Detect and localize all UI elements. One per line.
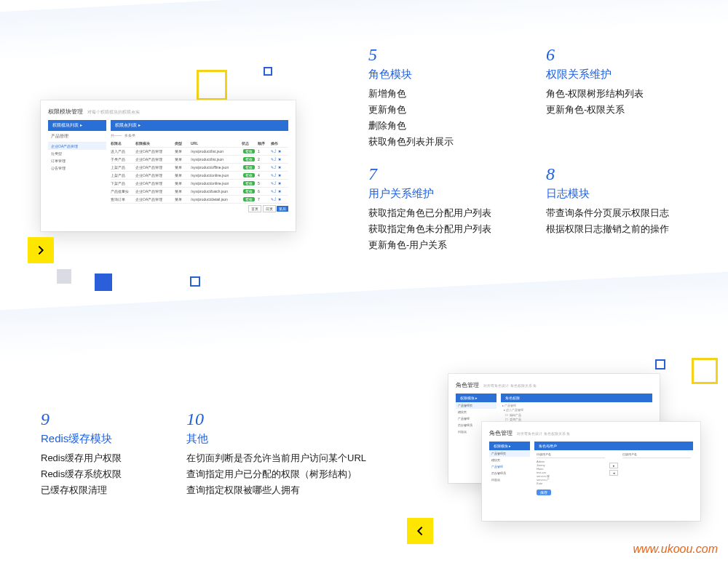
mock1-left-header: 权限模块列表 ▸	[48, 120, 106, 131]
feature-item: 新增角色	[368, 86, 454, 102]
mock1-left-item: 企业OA产品管理	[48, 143, 106, 150]
mock1-title: 权限模块管理	[48, 108, 83, 115]
mock-screenshot-2-front: 角色管理 对所有角色设计 角色权限关系 角 权限模块 ▸ 产品管理页 模块页 产…	[482, 422, 700, 521]
feature-item: 获取指定角色未分配用户列表	[368, 221, 491, 237]
feature-item: 更新角色-用户关系	[368, 237, 491, 253]
mock2-subtitle: 对所有角色设计 角色权限关系 角	[483, 383, 537, 388]
mock1-left-item: 订单管理	[48, 157, 106, 164]
feature-7: 7 用户关系维护 获取指定角色已分配用户列表 获取指定角色未分配用户列表 更新角…	[368, 164, 491, 253]
feature-10: 10 其他 在切面判断是否允许当前用户访问某个URL 查询指定用户已分配的权限（…	[186, 410, 366, 498]
deco-square-blue-fill	[95, 273, 112, 291]
feature-item: 更新角色	[368, 102, 454, 118]
deco-square-blue-2	[655, 359, 665, 370]
deco-square-gray	[57, 269, 71, 284]
feature-number: 7	[368, 164, 491, 184]
deco-square-yellow-2	[692, 358, 718, 384]
deco-square-blue-small	[264, 67, 272, 76]
feature-item: 带查询条件分页展示权限日志	[546, 205, 669, 221]
watermark: www.ukoou.com	[633, 543, 719, 556]
feature-item: Redis缓存系统权限	[41, 466, 122, 482]
feature-number: 9	[41, 410, 122, 429]
feature-8: 8 日志模块 带查询条件分页展示权限日志 根据权限日志撤销之前的操作	[546, 164, 669, 237]
feature-item: 获取角色列表并展示	[368, 134, 454, 150]
feature-item: 获取指定角色已分配用户列表	[368, 205, 491, 221]
feature-item: 删除角色	[368, 118, 454, 134]
feature-5: 5 角色模块 新增角色 更新角色 删除角色 获取角色列表并展示	[368, 45, 454, 150]
arrow-left-icon	[407, 518, 433, 544]
feature-number: 5	[368, 45, 454, 65]
mock1-left-item: 公告管理	[48, 164, 106, 172]
feature-title: 角色模块	[368, 68, 454, 81]
mock-screenshot-1: 权限模块管理 对每个权限模块的权限点实 权限模块列表 ▸ 产品管理 企业OA产品…	[41, 100, 296, 231]
deco-square-yellow	[197, 70, 227, 100]
mock1-left-sub: 产品管理	[48, 131, 106, 143]
feature-title: Redis缓存模块	[41, 432, 122, 446]
mock2-title: 角色管理	[456, 382, 479, 388]
mock1-subtitle: 对每个权限模块的权限点实	[87, 110, 140, 114]
mock1-right-header: 权限点列表 ▸	[111, 120, 288, 131]
arrow-right-icon	[28, 237, 54, 263]
feature-9: 9 Redis缓存模块 Redis缓存用户权限 Redis缓存系统权限 已缓存权…	[41, 410, 122, 498]
feature-item: 根据权限日志撤销之前的操作	[546, 221, 669, 237]
feature-title: 其他	[186, 432, 366, 446]
feature-item: 更新角色-权限关系	[546, 102, 644, 118]
feature-item: 角色-权限树形结构列表	[546, 86, 644, 102]
feature-item: 查询指定用户已分配的权限（树形结构）	[186, 466, 366, 482]
feature-item: Redis缓存用户权限	[41, 450, 122, 466]
feature-title: 日志模块	[546, 187, 669, 201]
feature-number: 10	[186, 410, 366, 429]
feature-item: 已缓存权限清理	[41, 482, 122, 498]
feature-item: 在切面判断是否允许当前用户访问某个URL	[186, 450, 366, 466]
deco-square-blue-outline	[190, 276, 200, 287]
feature-title: 用户关系维护	[368, 187, 491, 201]
feature-number: 6	[546, 45, 644, 65]
mock1-left-item: 分类型	[48, 150, 106, 157]
feature-number: 8	[546, 164, 669, 184]
feature-6: 6 权限关系维护 角色-权限树形结构列表 更新角色-权限关系	[546, 45, 644, 118]
feature-item: 查询指定权限被哪些人拥有	[186, 482, 366, 498]
feature-title: 权限关系维护	[546, 68, 644, 81]
